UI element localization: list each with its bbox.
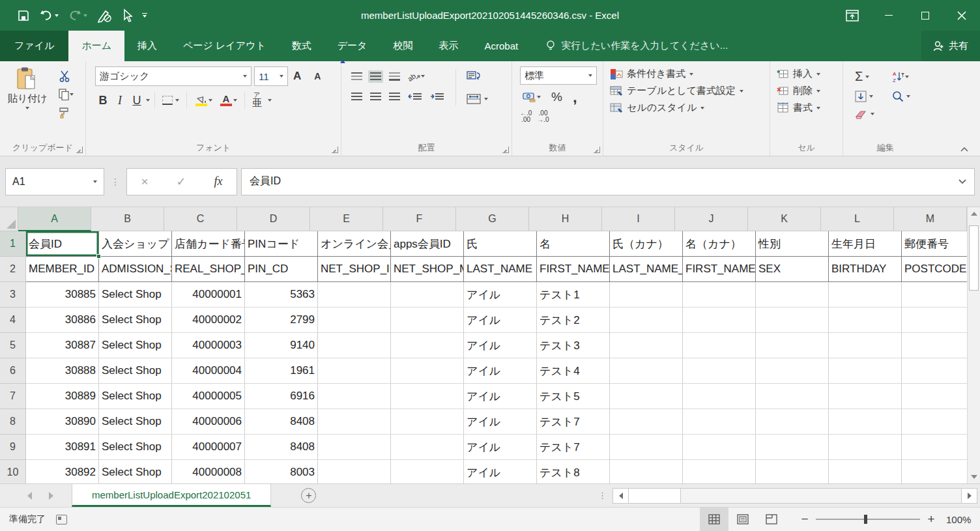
sort-filter-button[interactable]: AZ [889,68,925,85]
autosum-button[interactable]: Σ [852,68,888,85]
cell-K9[interactable] [756,435,829,460]
cell-G8[interactable]: アイル [464,409,537,435]
cell-M6[interactable] [902,358,967,384]
expand-formula-bar-icon[interactable] [958,179,966,184]
cell-G4[interactable]: アイル [464,308,537,333]
copy-dropdown-icon[interactable] [70,93,74,96]
cell-F6[interactable] [391,358,464,384]
tell-me-box[interactable]: 実行したい作業を入力してください... [545,31,728,61]
row-header-4[interactable]: 4 [0,308,26,333]
row-header-8[interactable]: 8 [0,409,26,435]
paste-button[interactable]: 貼り付け [8,66,48,141]
cell-G9[interactable]: アイル [464,435,537,460]
customize-qat-button[interactable] [142,13,147,18]
number-format-combobox[interactable]: 標準 [520,66,597,85]
cell-I1[interactable]: 氏（カナ） [610,231,683,257]
page-layout-view-button[interactable] [728,508,757,531]
decrease-indent-button[interactable] [406,90,424,103]
cell-J9[interactable] [683,435,756,460]
cell-E4[interactable] [318,308,391,333]
cell-B4[interactable]: Select Shop [99,308,172,333]
redo-button[interactable] [68,9,87,22]
zoom-out-button[interactable]: − [800,512,809,526]
undo-button[interactable] [39,9,59,22]
find-select-button[interactable] [889,89,925,104]
ink-button[interactable] [96,8,112,23]
cell-A5[interactable]: 30887 [26,333,99,358]
row-header-6[interactable]: 6 [0,358,26,384]
cell-I4[interactable] [610,308,683,333]
increase-indent-button[interactable] [428,90,446,103]
column-header-L[interactable]: L [821,207,894,231]
cell-C1[interactable]: 店舗カード番号 [172,231,245,257]
macro-record-icon[interactable] [56,515,67,524]
cell-J10[interactable] [683,460,756,483]
cut-button[interactable] [55,69,76,83]
font-color-button[interactable]: A [216,93,240,108]
row-header-7[interactable]: 7 [0,384,26,409]
cell-G7[interactable]: アイル [464,384,537,409]
enter-button[interactable]: ✓ [176,175,186,189]
cell-D8[interactable]: 8408 [245,409,318,435]
row-header-2[interactable]: 2 [0,257,26,282]
cell-D4[interactable]: 2799 [245,308,318,333]
cell-G5[interactable]: アイル [464,333,537,358]
cell-L8[interactable] [829,409,902,435]
row-header-5[interactable]: 5 [0,333,26,358]
cell-C3[interactable]: 40000001 [172,282,245,308]
cell-E9[interactable] [318,435,391,460]
cell-L2[interactable]: BIRTHDAY [829,257,902,282]
scroll-left-button[interactable] [613,489,629,503]
cell-I2[interactable]: LAST_NAME_KANA [610,257,683,282]
vertical-scroll-thumb[interactable] [969,225,979,291]
number-dialog-launcher[interactable] [594,147,600,153]
cell-A4[interactable]: 30886 [26,308,99,333]
cell-J1[interactable]: 名（カナ） [683,231,756,257]
italic-button[interactable]: I [112,92,128,109]
format-as-table-button[interactable]: テーブルとして書式設定 [607,84,767,98]
cell-H5[interactable]: テスト3 [537,333,610,358]
cell-B6[interactable]: Select Shop [99,358,172,384]
cell-D5[interactable]: 9140 [245,333,318,358]
cell-H7[interactable]: テスト5 [537,384,610,409]
bottom-align-button[interactable] [387,70,402,83]
cell-I8[interactable] [610,409,683,435]
cell-J4[interactable] [683,308,756,333]
cell-I5[interactable] [610,333,683,358]
name-box-dropdown-icon[interactable] [93,180,97,183]
tab-Acrobat[interactable]: Acrobat [471,31,531,61]
cell-I6[interactable] [610,358,683,384]
cell-E6[interactable] [318,358,391,384]
font-name-combobox[interactable]: 游ゴシック [95,66,252,86]
cell-E10[interactable] [318,460,391,483]
cell-C7[interactable]: 40000005 [172,384,245,409]
increase-decimal-button[interactable]: ←.0.00 [520,110,532,123]
cell-C6[interactable]: 40000004 [172,358,245,384]
cell-D10[interactable]: 8003 [245,460,318,483]
row-header-10[interactable]: 10 [0,460,26,483]
minimize-button[interactable] [871,0,907,31]
cell-H3[interactable]: テスト1 [537,282,610,308]
cell-F5[interactable] [391,333,464,358]
cell-F9[interactable] [391,435,464,460]
fill-color-button[interactable] [192,94,215,108]
insert-cells-button[interactable]: 挿入 [774,67,840,81]
cell-D3[interactable]: 5363 [245,282,318,308]
insert-function-button[interactable]: fx [214,175,223,188]
cell-H6[interactable]: テスト4 [537,358,610,384]
formula-bar-splitter[interactable]: ⋮ [108,177,122,187]
cell-G1[interactable]: 氏 [464,231,537,257]
cell-B5[interactable]: Select Shop [99,333,172,358]
select-all-button[interactable] [0,207,18,231]
middle-align-button[interactable] [368,70,383,83]
cell-J3[interactable] [683,282,756,308]
column-header-C[interactable]: C [164,207,237,231]
cell-E3[interactable] [318,282,391,308]
paste-dropdown-icon[interactable] [25,107,29,109]
cell-H8[interactable]: テスト7 [537,409,610,435]
cell-I3[interactable] [610,282,683,308]
align-right-button[interactable] [387,91,402,103]
align-center-button[interactable] [368,91,383,103]
cell-A7[interactable]: 30889 [26,384,99,409]
clear-button[interactable] [852,108,888,121]
